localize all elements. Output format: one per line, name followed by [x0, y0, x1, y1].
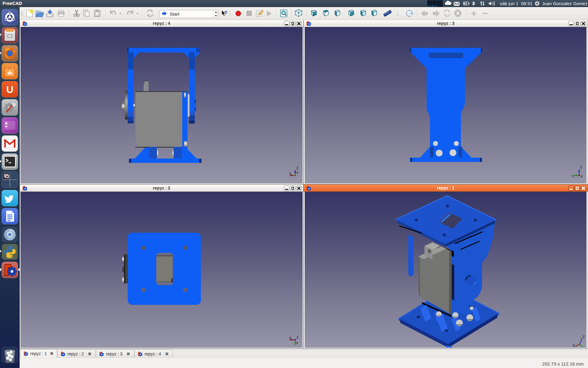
svg-text:Z: Z	[296, 336, 298, 339]
svg-text:X: X	[289, 336, 291, 340]
svg-text:Z: Z	[583, 335, 585, 339]
svg-text:Start: Start	[170, 11, 180, 17]
svg-text:Y: Y	[296, 342, 298, 345]
svg-text:X: X	[581, 175, 583, 178]
svg-text:sáb jun 1 09:31: sáb jun 1 09:31	[500, 1, 533, 6]
svg-text:Z: Z	[580, 166, 582, 169]
svg-text:?: ?	[224, 10, 227, 16]
svg-text:X: X	[289, 172, 291, 175]
svg-text:Y: Y	[572, 175, 574, 178]
svg-text:Y: Y	[296, 171, 299, 175]
svg-text:U: U	[6, 84, 13, 95]
svg-text:Juan Gonzalez Gomez: Juan Gonzalez Gomez	[542, 1, 587, 6]
svg-text:X: X	[573, 344, 575, 347]
svg-text:Z: Z	[296, 167, 298, 170]
